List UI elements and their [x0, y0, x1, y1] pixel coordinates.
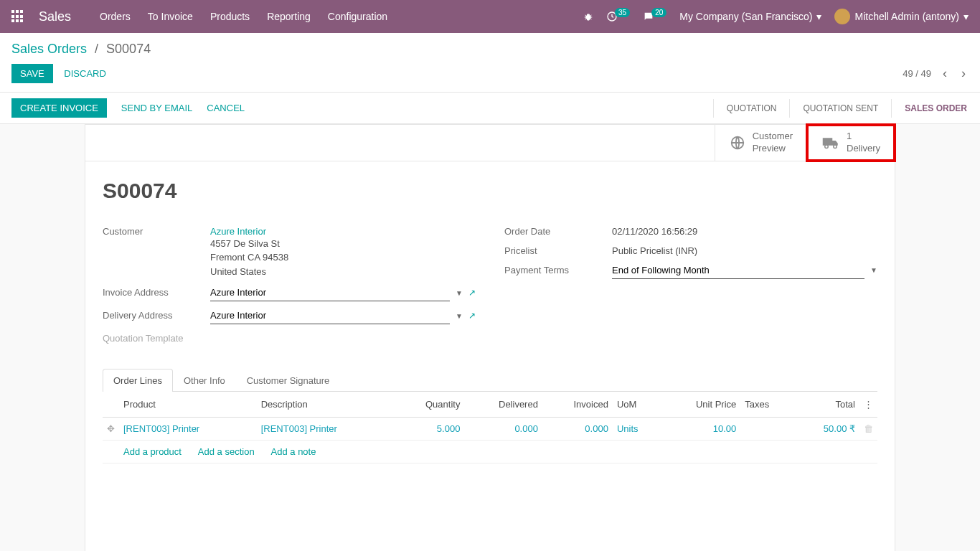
trash-icon[interactable]: 🗑: [864, 423, 873, 434]
apps-icon[interactable]: [11, 10, 24, 23]
col-delivered: Delivered: [464, 392, 542, 418]
invoice-address-label: Invoice Address: [103, 284, 210, 298]
stat-button-box: Customer Preview 1 Delivery: [85, 125, 895, 161]
customer-addr2: Fremont CA 94538: [210, 250, 476, 265]
delivery-address-input[interactable]: [210, 307, 450, 324]
col-uom: UoM: [613, 392, 661, 418]
pricelist-value: Public Pricelist (INR): [612, 242, 877, 256]
totals-box: Untaxed Amount: 50.00 ₹ Taxes: 0.00 ₹ To…: [691, 548, 877, 551]
customer-preview-button[interactable]: Customer Preview: [715, 125, 807, 161]
chevron-down-icon[interactable]: ▼: [456, 312, 463, 320]
pager-text[interactable]: 49 / 49: [903, 68, 931, 79]
payment-terms-label: Payment Terms: [504, 262, 612, 276]
col-taxes: Taxes: [740, 392, 794, 418]
tab-customer-signature[interactable]: Customer Signature: [236, 369, 341, 392]
order-date-label: Order Date: [504, 223, 612, 237]
status-quotation[interactable]: QUOTATION: [713, 99, 790, 118]
svg-point-2: [825, 145, 829, 149]
add-line-row: Add a product Add a section Add a note: [103, 441, 877, 463]
col-product: Product: [119, 392, 257, 418]
status-bar: CREATE INVOICE SEND BY EMAIL CANCEL QUOT…: [0, 93, 980, 124]
customer-addr1: 4557 De Silva St: [210, 237, 476, 251]
cell-quantity[interactable]: 5.000: [394, 418, 464, 441]
cell-product[interactable]: [RENT003] Printer: [119, 418, 257, 441]
menu-configuration[interactable]: Configuration: [328, 11, 387, 22]
pager: 49 / 49 ‹ ›: [903, 66, 969, 81]
breadcrumb-separator: /: [95, 42, 98, 56]
customer-label: Customer: [103, 223, 210, 237]
svg-point-3: [834, 145, 837, 149]
breadcrumb: Sales Orders / S00074: [11, 42, 151, 57]
menu-reporting[interactable]: Reporting: [267, 11, 311, 22]
menu-products[interactable]: Products: [210, 11, 250, 22]
save-button[interactable]: SAVE: [11, 64, 53, 83]
pager-next[interactable]: ›: [958, 66, 969, 81]
add-section-link[interactable]: Add a section: [198, 446, 255, 457]
cell-uom[interactable]: Units: [613, 418, 661, 441]
external-link-icon[interactable]: ↗: [468, 288, 476, 298]
invoice-address-input[interactable]: [210, 284, 450, 301]
globe-icon: [730, 135, 745, 151]
user-menu[interactable]: Mitchell Admin (antony) ▾: [834, 9, 969, 24]
chevron-down-icon: ▾: [816, 11, 821, 22]
activity-button[interactable]: 35: [606, 11, 630, 22]
top-navbar: Sales Orders To Invoice Products Reporti…: [0, 0, 980, 33]
terms-textarea[interactable]: [103, 548, 677, 551]
delivery-button[interactable]: 1 Delivery: [807, 125, 895, 161]
col-invoiced: Invoiced: [542, 392, 613, 418]
pager-prev[interactable]: ‹: [940, 66, 950, 81]
cell-invoiced[interactable]: 0.000: [542, 418, 613, 441]
add-note-link[interactable]: Add a note: [271, 446, 316, 457]
cancel-button[interactable]: CANCEL: [207, 103, 245, 113]
discard-button[interactable]: DISCARD: [64, 68, 106, 79]
form-sheet: Customer Preview 1 Delivery S00074 C: [85, 124, 895, 551]
add-product-link[interactable]: Add a product: [123, 446, 182, 457]
status-quotation-sent[interactable]: QUOTATION SENT: [789, 99, 891, 118]
app-brand[interactable]: Sales: [39, 9, 71, 24]
breadcrumb-current: S00074: [106, 42, 151, 56]
col-total: Total: [794, 392, 859, 418]
order-lines-table: Product Description Quantity Delivered I…: [103, 392, 877, 514]
tab-order-lines[interactable]: Order Lines: [103, 369, 173, 392]
breadcrumb-parent[interactable]: Sales Orders: [11, 42, 87, 56]
menu-to-invoice[interactable]: To Invoice: [148, 11, 193, 22]
cell-delivered[interactable]: 0.000: [464, 418, 542, 441]
external-link-icon[interactable]: ↗: [468, 311, 476, 321]
cell-total: 50.00 ₹: [794, 418, 859, 441]
chevron-down-icon[interactable]: ▼: [870, 266, 877, 274]
menu-orders[interactable]: Orders: [100, 11, 131, 22]
status-steps: QUOTATION QUOTATION SENT SALES ORDER: [713, 99, 980, 118]
create-invoice-button[interactable]: CREATE INVOICE: [11, 98, 107, 118]
col-quantity: Quantity: [394, 392, 464, 418]
main-menu: Orders To Invoice Products Reporting Con…: [100, 11, 387, 22]
delivery-count: 1: [847, 131, 880, 143]
company-switcher[interactable]: My Company (San Francisco) ▾: [679, 11, 821, 22]
customer-addr3: United States: [210, 265, 476, 279]
cell-taxes[interactable]: [740, 418, 794, 441]
chevron-down-icon[interactable]: ▼: [456, 289, 463, 297]
stat-preview-line2: Preview: [753, 143, 793, 155]
table-row[interactable]: ✥ [RENT003] Printer [RENT003] Printer 5.…: [103, 418, 877, 441]
avatar: [834, 9, 850, 24]
col-description: Description: [257, 392, 395, 418]
bug-icon[interactable]: [583, 11, 593, 22]
quotation-template-label: Quotation Template: [103, 330, 210, 344]
messaging-badge: 20: [651, 8, 666, 17]
payment-terms-input[interactable]: [612, 262, 864, 279]
cell-description[interactable]: [RENT003] Printer: [257, 418, 395, 441]
stat-preview-line1: Customer: [753, 131, 793, 143]
truck-icon: [822, 136, 839, 149]
activity-badge: 35: [615, 8, 630, 17]
send-by-email-button[interactable]: SEND BY EMAIL: [121, 103, 192, 113]
tab-nav: Order Lines Other Info Customer Signatur…: [103, 368, 877, 392]
tab-other-info[interactable]: Other Info: [173, 369, 236, 392]
col-unit-price: Unit Price: [661, 392, 740, 418]
order-date-value: 02/11/2020 16:56:29: [612, 223, 877, 237]
column-options-icon[interactable]: ⋮: [864, 399, 873, 410]
customer-link[interactable]: Azure Interior: [210, 226, 266, 237]
chevron-down-icon: ▾: [963, 11, 969, 22]
drag-handle-icon[interactable]: ✥: [107, 423, 115, 434]
status-sales-order[interactable]: SALES ORDER: [891, 99, 980, 118]
messaging-button[interactable]: 20: [643, 11, 666, 22]
cell-unit-price[interactable]: 10.00: [661, 418, 740, 441]
